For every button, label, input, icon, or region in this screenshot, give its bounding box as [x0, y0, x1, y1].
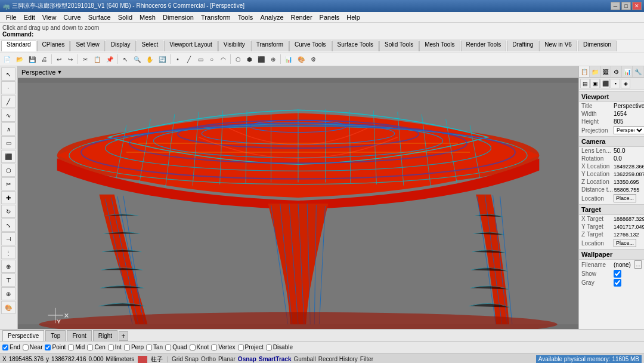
tb-surface[interactable]: ⬢: [244, 54, 255, 64]
panel-tb-4[interactable]: ▪: [611, 79, 620, 88]
panel-tb-1[interactable]: ▤: [580, 79, 590, 88]
tab-transform[interactable]: Transform: [251, 41, 289, 51]
menu-edit[interactable]: Edit: [20, 12, 39, 22]
tb-extrude[interactable]: ⬛: [255, 54, 267, 64]
panel-cam-place-button[interactable]: Place...: [614, 194, 636, 202]
tb-save[interactable]: 💾: [26, 54, 38, 64]
panel-tb-5[interactable]: ◈: [621, 79, 630, 88]
check-quad[interactable]: Quad: [165, 344, 187, 350]
menu-render[interactable]: Render: [287, 12, 316, 22]
check-disable[interactable]: Disable: [266, 344, 293, 350]
check-project[interactable]: Project: [238, 344, 264, 350]
tb-point[interactable]: •: [172, 54, 183, 64]
menu-analyze[interactable]: Analyze: [256, 12, 287, 22]
snap-filter[interactable]: Filter: [360, 356, 373, 362]
tab-display[interactable]: Display: [106, 41, 136, 51]
tb-print[interactable]: 🖨: [39, 54, 49, 64]
tb-pan[interactable]: ✋: [144, 54, 156, 64]
tb-render[interactable]: 🎨: [295, 54, 307, 64]
panel-wallpaper-browse-button[interactable]: …: [634, 260, 642, 269]
snap-gridsnap[interactable]: Grid Snap: [172, 356, 199, 362]
tb-redo[interactable]: ↪: [65, 54, 76, 64]
tb-line[interactable]: ╱: [184, 54, 194, 64]
lt-rotate[interactable]: ↻: [1, 205, 16, 218]
lt-mirror[interactable]: ⊣: [1, 232, 16, 245]
menu-help[interactable]: Help: [343, 12, 364, 22]
snap-recordhistory[interactable]: Record History: [318, 356, 358, 362]
menu-view[interactable]: View: [39, 12, 60, 22]
lt-scale[interactable]: ⤡: [1, 219, 16, 232]
lt-point[interactable]: ·: [1, 81, 16, 94]
viewport-arrow[interactable]: ▼: [57, 69, 62, 75]
tab-viewportlayout[interactable]: Viewport Layout: [164, 41, 218, 51]
check-near[interactable]: Near: [23, 344, 43, 350]
check-cen[interactable]: Cen: [87, 344, 105, 350]
menu-solid[interactable]: Solid: [114, 12, 136, 22]
tb-rect[interactable]: ▭: [195, 54, 206, 64]
check-int[interactable]: Int: [108, 344, 122, 350]
vp-tab-front[interactable]: Front: [67, 330, 91, 341]
color-swatch[interactable]: [138, 356, 147, 363]
check-mid[interactable]: Mid: [68, 344, 85, 350]
menu-tools[interactable]: Tools: [234, 12, 257, 22]
snap-smarttrack[interactable]: SmartTrack: [259, 356, 291, 362]
tab-drafting[interactable]: Drafting: [507, 41, 538, 51]
panel-show-checkbox[interactable]: [614, 270, 621, 278]
tb-undo[interactable]: ↩: [54, 54, 64, 64]
panel-tb-3[interactable]: ⬛: [600, 79, 610, 88]
tb-open[interactable]: 📂: [14, 54, 26, 64]
menu-mesh[interactable]: Mesh: [136, 12, 159, 22]
tab-newv6[interactable]: New in V6: [539, 41, 577, 51]
tb-boolean[interactable]: ⊕: [268, 54, 278, 64]
panel-tab-more1[interactable]: 📊: [622, 66, 633, 77]
tb-new[interactable]: 📄: [1, 54, 13, 64]
panel-projection-select[interactable]: Perspect... Parallel: [614, 126, 644, 134]
viewport-area[interactable]: Perspective ▼: [18, 66, 578, 329]
check-knot[interactable]: Knot: [190, 344, 209, 350]
lt-trim[interactable]: ✂: [1, 177, 16, 190]
tb-settings[interactable]: ⚙: [308, 54, 318, 64]
tab-meshtools[interactable]: Mesh Tools: [419, 41, 460, 51]
tab-surfacetools[interactable]: Surface Tools: [332, 41, 379, 51]
viewport-canvas[interactable]: Y X: [18, 78, 578, 329]
lt-dimension[interactable]: ⊤: [1, 273, 16, 287]
maximize-button[interactable]: □: [621, 2, 631, 10]
vp-tab-right[interactable]: Right: [93, 330, 117, 341]
command-label[interactable]: Command:: [2, 31, 642, 38]
panel-tab-settings[interactable]: ⚙: [611, 66, 622, 77]
tab-curvetools[interactable]: Curve Tools: [289, 41, 332, 51]
lt-render[interactable]: 🎨: [1, 301, 16, 314]
snap-osnap[interactable]: Osnap: [238, 356, 256, 362]
check-perp[interactable]: Perp: [124, 344, 144, 350]
lt-polyline[interactable]: ∧: [1, 122, 16, 136]
panel-gray-checkbox[interactable]: [614, 279, 621, 287]
lt-array[interactable]: ⋮: [1, 246, 16, 259]
tb-arc[interactable]: ◠: [218, 54, 228, 64]
panel-tab-layers[interactable]: 📁: [590, 66, 600, 77]
tab-rendertools[interactable]: Render Tools: [461, 41, 507, 51]
lt-mesh[interactable]: ⬡: [1, 164, 16, 177]
tb-rotate3d[interactable]: 🔄: [156, 54, 168, 64]
lt-curve[interactable]: ∿: [1, 109, 16, 122]
lt-solid[interactable]: ⬛: [1, 150, 16, 163]
menu-surface[interactable]: Surface: [85, 12, 114, 22]
tab-solidtools[interactable]: Solid Tools: [379, 41, 419, 51]
lt-analyze[interactable]: ⊕: [1, 287, 16, 300]
check-end[interactable]: End: [2, 344, 20, 350]
tab-setview[interactable]: Set View: [70, 41, 104, 51]
menu-file[interactable]: File: [2, 12, 20, 22]
lt-move[interactable]: ✚: [1, 191, 16, 204]
tab-dimension[interactable]: Dimension: [578, 41, 617, 51]
panel-tab-display[interactable]: 🖼: [600, 66, 611, 77]
vp-tab-perspective[interactable]: Perspective: [2, 330, 44, 341]
panel-tgt-place-button[interactable]: Place...: [614, 239, 636, 247]
snap-planar[interactable]: Planar: [218, 356, 236, 362]
lt-boolean[interactable]: ⊕: [1, 260, 16, 273]
tb-select[interactable]: ↖: [120, 54, 131, 64]
tb-mesh[interactable]: ⬡: [233, 54, 243, 64]
vp-tab-top[interactable]: Top: [45, 330, 66, 341]
lt-select[interactable]: ↖: [1, 67, 16, 81]
snap-ortho[interactable]: Ortho: [201, 356, 216, 362]
panel-tab-properties[interactable]: 📋: [579, 66, 590, 77]
minimize-button[interactable]: ─: [611, 2, 620, 10]
